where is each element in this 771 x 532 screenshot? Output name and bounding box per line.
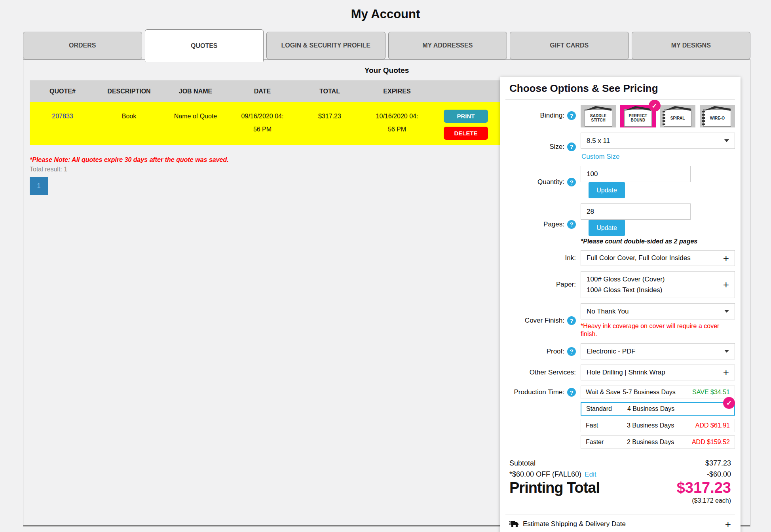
cover-finish-note: *Heavy ink coverage on cover will requir… bbox=[581, 322, 735, 338]
account-tabs: ORDERS QUOTES LOGIN & SECURITY PROFILE M… bbox=[23, 32, 750, 59]
size-help-icon[interactable]: ? bbox=[567, 142, 576, 151]
paper-row: Paper: 100# Gloss Cover (Cover) 100# Glo… bbox=[505, 271, 735, 298]
binding-option-saddle-stitch[interactable]: SADDLE STITCH bbox=[581, 105, 616, 127]
cover-finish-select[interactable]: No Thank You bbox=[581, 303, 735, 319]
quote-date: 09/16/2020 04: 56 PM bbox=[228, 110, 296, 136]
quote-date-line1: 09/16/2020 04: bbox=[228, 110, 296, 123]
proof-select[interactable]: Electronic - PDF bbox=[581, 343, 735, 359]
binding-option-spiral[interactable]: SPIRAL bbox=[660, 105, 695, 127]
content-container: Your Quotes QUOTE# DESCRIPTION JOB NAME … bbox=[23, 59, 750, 526]
production-option-upcharge: ADD $61.91 bbox=[695, 422, 730, 429]
col-quote-number: QUOTE# bbox=[30, 85, 95, 98]
tab-gift-cards[interactable]: GIFT CARDS bbox=[510, 32, 629, 59]
print-button[interactable]: PRINT bbox=[444, 110, 488, 123]
custom-size-link[interactable]: Custom Size bbox=[581, 153, 619, 161]
binding-option-wire-o[interactable]: WIRE-O bbox=[700, 105, 735, 127]
tab-orders[interactable]: ORDERS bbox=[23, 32, 142, 59]
size-select[interactable]: 8.5 x 11 bbox=[581, 133, 735, 149]
cover-finish-help-icon[interactable]: ? bbox=[567, 316, 576, 325]
binding-option-label: WIRE-O bbox=[709, 116, 726, 120]
subtotal-label: Subtotal bbox=[509, 459, 536, 467]
production-option-upcharge: ADD $159.52 bbox=[692, 439, 730, 446]
estimate-shipping-row[interactable]: Estimate Shipping & Delivery Date + bbox=[505, 515, 735, 532]
chevron-down-icon bbox=[724, 310, 729, 313]
tab-my-addresses[interactable]: MY ADDRESSES bbox=[388, 32, 507, 59]
other-services-select[interactable]: Hole Drilling | Shrink Wrap + bbox=[581, 365, 735, 380]
quote-row: 207833 Book Name of Quote 09/16/2020 04:… bbox=[30, 102, 501, 145]
binding-option-label: PERFECT BOUND bbox=[625, 114, 651, 122]
production-option-standard[interactable]: ✓ Standard 4 Business Days bbox=[581, 402, 735, 416]
proof-row: Proof: ? Electronic - PDF bbox=[505, 343, 735, 359]
pricing-panel-title: Choose Options & See Pricing bbox=[505, 82, 735, 95]
quantity-label: Quantity: bbox=[537, 178, 564, 186]
paper-value: 100# Gloss Cover (Cover) 100# Gloss Text… bbox=[587, 274, 665, 295]
paper-select[interactable]: 100# Gloss Cover (Cover) 100# Gloss Text… bbox=[581, 271, 735, 298]
quotes-table-header: QUOTE# DESCRIPTION JOB NAME DATE TOTAL E… bbox=[30, 80, 501, 102]
production-option-name: Standard bbox=[586, 405, 627, 412]
other-services-row: Other Services: Hole Drilling | Shrink W… bbox=[505, 365, 735, 380]
tab-quotes[interactable]: QUOTES bbox=[145, 29, 264, 62]
production-time-help-icon[interactable]: ? bbox=[567, 388, 576, 397]
quote-total: $317.23 bbox=[296, 110, 363, 123]
production-option-days: 2 Business Days bbox=[627, 439, 674, 446]
pages-label: Pages: bbox=[543, 220, 564, 228]
pages-input[interactable] bbox=[581, 203, 691, 220]
ink-row: Ink: Full Color Cover, Full Color Inside… bbox=[505, 250, 735, 266]
pagination-page-1[interactable]: 1 bbox=[30, 177, 48, 195]
quote-expires-line1: 10/16/2020 04: bbox=[363, 110, 431, 123]
delete-button[interactable]: DELETE bbox=[444, 127, 488, 140]
binding-help-icon[interactable]: ? bbox=[567, 111, 576, 120]
production-option-days: 5-7 Business Days bbox=[623, 389, 675, 396]
pages-update-button[interactable]: Update bbox=[589, 220, 625, 236]
quote-actions: PRINT DELETE bbox=[431, 110, 501, 140]
pages-row: Pages: ? Update *Please count double-sid… bbox=[505, 203, 735, 245]
col-description: DESCRIPTION bbox=[95, 85, 163, 98]
other-services-label: Other Services: bbox=[530, 369, 576, 376]
quotes-table: QUOTE# DESCRIPTION JOB NAME DATE TOTAL E… bbox=[30, 80, 501, 145]
edit-discount-link[interactable]: Edit bbox=[585, 471, 596, 479]
quote-expires: 10/16/2020 04: 56 PM bbox=[363, 110, 431, 136]
binding-option-perfect-bound[interactable]: ✓ PERFECT BOUND bbox=[620, 105, 655, 127]
wire-o-book-icon: WIRE-O bbox=[703, 109, 731, 127]
printing-total-value: $317.23 bbox=[677, 479, 731, 496]
ink-select[interactable]: Full Color Cover, Full Color Insides + bbox=[581, 250, 735, 266]
check-icon: ✓ bbox=[723, 397, 735, 409]
tab-my-designs[interactable]: MY DESIGNS bbox=[632, 32, 751, 59]
paper-text-line: 100# Gloss Text (Insides) bbox=[587, 285, 665, 295]
discount-label: *$60.00 OFF (FALL60) bbox=[509, 470, 581, 479]
perfect-bound-book-icon: PERFECT BOUND bbox=[624, 109, 652, 127]
tab-login-security[interactable]: LOGIN & SECURITY PROFILE bbox=[266, 32, 386, 59]
binding-row: Binding: ? SADDLE STITCH ✓ PERFECT BOUND bbox=[505, 105, 735, 127]
quantity-update-button[interactable]: Update bbox=[589, 182, 625, 198]
estimate-shipping-label: Estimate Shipping & Delivery Date bbox=[523, 520, 626, 528]
quantity-help-icon[interactable]: ? bbox=[567, 178, 576, 186]
production-option-days: 3 Business Days bbox=[627, 422, 674, 429]
truck-icon bbox=[509, 521, 519, 528]
quote-expires-line2: 56 PM bbox=[363, 123, 431, 136]
production-option-faster[interactable]: Faster 2 Business Days ADD $159.52 bbox=[581, 435, 735, 449]
saddle-stitch-book-icon: SADDLE STITCH bbox=[585, 109, 612, 127]
plus-icon: + bbox=[723, 369, 729, 376]
size-row: Size: ? 8.5 x 11 Custom Size bbox=[505, 133, 735, 161]
pages-help-icon[interactable]: ? bbox=[567, 220, 576, 229]
ink-label: Ink: bbox=[565, 254, 576, 262]
proof-help-icon[interactable]: ? bbox=[567, 347, 576, 356]
printing-total-label: Printing Total bbox=[509, 479, 600, 496]
plus-icon: + bbox=[723, 281, 729, 289]
production-option-wait-save[interactable]: Wait & Save 5-7 Business Days SAVE $34.5… bbox=[581, 386, 735, 399]
discount-value: -$60.00 bbox=[707, 470, 731, 479]
quote-job-name: Name of Quote bbox=[163, 110, 228, 123]
page-title: My Account bbox=[0, 0, 771, 21]
quote-number-link[interactable]: 207833 bbox=[52, 113, 73, 120]
production-option-fast[interactable]: Fast 3 Business Days ADD $61.91 bbox=[581, 419, 735, 432]
production-option-name: Wait & Save bbox=[586, 389, 620, 396]
col-date: DATE bbox=[228, 85, 296, 98]
binding-option-label: SADDLE STITCH bbox=[585, 114, 612, 122]
binding-option-label: SPIRAL bbox=[669, 116, 686, 120]
proof-value: Electronic - PDF bbox=[587, 348, 636, 355]
panel-divider bbox=[505, 99, 735, 100]
chevron-down-icon bbox=[724, 350, 729, 353]
production-option-savings: SAVE $34.51 bbox=[692, 389, 730, 396]
quantity-input[interactable] bbox=[581, 166, 691, 182]
check-icon: ✓ bbox=[649, 100, 661, 112]
